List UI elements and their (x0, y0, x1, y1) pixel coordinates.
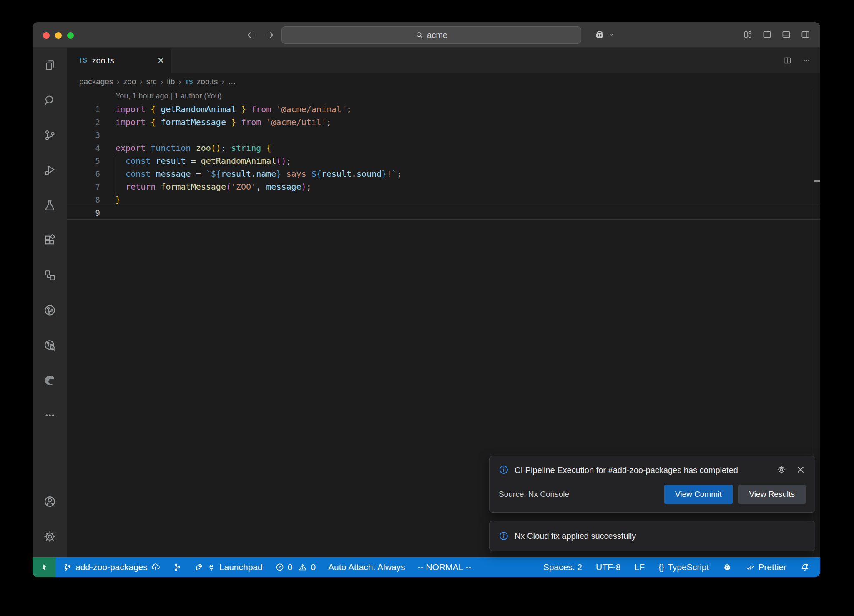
nx-cloud-icon[interactable] (33, 328, 67, 363)
code-line-1[interactable]: 1import { getRandomAnimal } from '@acme/… (67, 103, 820, 115)
nx-console-icon[interactable] (33, 293, 67, 328)
chevron-right-icon: › (117, 77, 119, 86)
notification-settings-gear-icon[interactable] (776, 465, 786, 475)
code-lines: You, 1 hour ago | 1 author (You) 1import… (67, 90, 820, 220)
forward-arrow-icon[interactable] (265, 30, 275, 40)
code-line-5[interactable]: 5 const result = getRandomAnimal(); (67, 154, 820, 167)
extensions-icon[interactable] (33, 223, 67, 258)
error-count: 0 (288, 562, 293, 572)
brackets-icon: {} (658, 562, 664, 572)
debug-attach-icon (207, 563, 216, 572)
line-number: 8 (67, 195, 100, 204)
breadcrumb-item[interactable]: src (146, 77, 157, 86)
line-number: 7 (67, 182, 100, 191)
source-control-icon[interactable] (33, 118, 67, 153)
error-icon (275, 563, 284, 572)
back-arrow-icon[interactable] (246, 30, 256, 40)
breadcrumb-ellipsis[interactable]: … (228, 77, 236, 86)
code-line-6[interactable]: 6 const message = `${result.name} says $… (67, 167, 820, 180)
accounts-icon[interactable] (33, 484, 67, 519)
language-status[interactable]: {} TypeScript (658, 562, 709, 572)
view-commit-button[interactable]: View Commit (664, 485, 733, 504)
line-number: 5 (67, 156, 100, 165)
launchpad-label: Launchpad (219, 562, 263, 572)
notification-close-icon[interactable] (796, 465, 806, 475)
settings-gear-icon[interactable] (33, 519, 67, 554)
line-number: 6 (67, 169, 100, 178)
vim-mode-status[interactable]: -- NORMAL -- (418, 562, 472, 572)
tab-zoo-ts[interactable]: TS zoo.ts ✕ (67, 48, 171, 73)
line-number: 4 (67, 143, 100, 153)
copilot-status[interactable] (723, 563, 732, 572)
remote-indicator[interactable] (33, 557, 55, 577)
notification-toast-nx-cloud: Nx Cloud fix applied successfully (489, 521, 815, 551)
formatter-status[interactable]: Prettier (746, 562, 786, 572)
breadcrumb-item[interactable]: zoo (123, 77, 136, 86)
split-editor-icon[interactable] (783, 56, 792, 65)
toggle-primary-sidebar-icon[interactable] (762, 30, 772, 41)
close-window-button[interactable] (43, 32, 50, 39)
notification-toast-ci-pipeline: CI Pipeline Execution for #add-zoo-packa… (489, 456, 815, 513)
chevron-right-icon: › (140, 77, 142, 86)
indent-guide (116, 154, 116, 193)
breadcrumb-item-file[interactable]: zoo.ts (197, 77, 218, 86)
tab-label: zoo.ts (92, 56, 114, 65)
explorer-icon[interactable] (33, 48, 67, 83)
tab-close-icon[interactable]: ✕ (157, 56, 164, 65)
notifications-bell-icon[interactable] (800, 563, 809, 572)
warning-count: 0 (311, 562, 316, 572)
view-results-button[interactable]: View Results (738, 485, 806, 504)
code-line-3[interactable]: 3 (67, 128, 820, 141)
minimize-window-button[interactable] (55, 32, 62, 39)
edge-browser-icon[interactable] (33, 363, 67, 398)
code-line-9[interactable]: 9 (67, 206, 820, 220)
encoding-status[interactable]: UTF-8 (596, 562, 621, 572)
launchpad-status[interactable]: Launchpad (194, 562, 263, 572)
status-bar: add-zoo-packages Launchpad 0 0 Auto Atta… (33, 557, 820, 577)
breadcrumb-item[interactable]: lib (167, 77, 175, 86)
problems-status[interactable]: 0 0 (275, 562, 316, 572)
notification-message: CI Pipeline Execution for #add-zoo-packa… (515, 462, 742, 478)
chevron-right-icon: › (222, 77, 224, 86)
more-views-icon[interactable] (33, 398, 67, 433)
toggle-secondary-sidebar-icon[interactable] (801, 30, 810, 41)
info-icon (499, 465, 509, 475)
chevron-right-icon: › (178, 77, 181, 86)
notification-center: CI Pipeline Execution for #add-zoo-packa… (489, 456, 815, 551)
maximize-window-button[interactable] (67, 32, 74, 39)
indentation-status[interactable]: Spaces: 2 (543, 562, 582, 572)
code-line-4[interactable]: 4export function zoo(): string { (67, 141, 820, 154)
tab-bar: TS zoo.ts ✕ (67, 48, 820, 73)
line-number: 9 (67, 208, 100, 218)
chevron-right-icon: › (161, 77, 163, 86)
typescript-file-icon: TS (78, 57, 87, 64)
line-number: 1 (67, 105, 100, 114)
copilot-menu[interactable] (594, 29, 615, 40)
search-view-icon[interactable] (33, 83, 67, 118)
vscode-window: acme (33, 22, 820, 577)
code-line-8[interactable]: 8} (67, 193, 820, 206)
code-line-7[interactable]: 7 return formatMessage('ZOO', message); (67, 180, 820, 193)
line-number: 3 (67, 130, 100, 140)
copilot-icon (594, 29, 605, 40)
git-branch-status[interactable]: add-zoo-packages (63, 562, 160, 572)
editor-more-actions-icon[interactable] (802, 56, 811, 65)
source-control-graph-status[interactable] (173, 563, 182, 572)
remote-explorer-icon[interactable] (33, 258, 67, 293)
toggle-panel-icon[interactable] (781, 30, 791, 41)
notification-source: Source: Nx Console (499, 490, 569, 499)
line-number: 2 (67, 118, 100, 127)
testing-icon[interactable] (33, 188, 67, 223)
overview-cursor-mark (814, 180, 820, 182)
breadcrumb-item[interactable]: packages (79, 77, 113, 86)
code-line-2[interactable]: 2import { formatMessage } from '@acme/ut… (67, 115, 820, 128)
run-debug-icon[interactable] (33, 153, 67, 188)
command-center-search[interactable]: acme (281, 26, 581, 44)
auto-attach-status[interactable]: Auto Attach: Always (328, 562, 405, 572)
eol-status[interactable]: LF (635, 562, 645, 572)
warning-icon (298, 563, 307, 572)
customize-layout-icon[interactable] (743, 30, 753, 41)
typescript-file-icon: TS (185, 78, 193, 85)
title-bar: acme (33, 22, 820, 48)
branch-name: add-zoo-packages (75, 562, 148, 572)
